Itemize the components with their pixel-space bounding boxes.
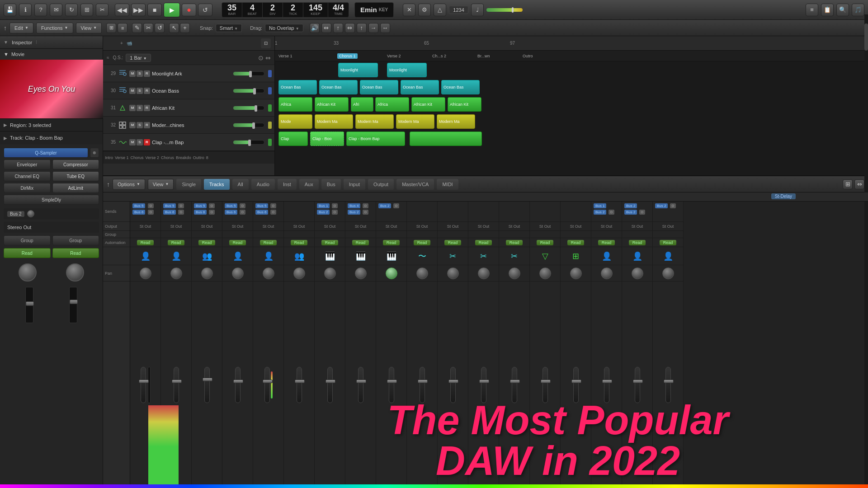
clip-ocean-3[interactable]: Ocean Bas — [360, 80, 398, 94]
pan-knob-4[interactable] — [232, 267, 244, 279]
fader-31[interactable] — [233, 106, 264, 110]
channel-eq-plugin[interactable]: Channel EQ — [4, 171, 51, 181]
clip-mode-3[interactable]: Modern Ma — [355, 114, 394, 129]
solo-btn-30[interactable]: S — [137, 88, 143, 94]
notes-btn[interactable]: 📋 — [821, 4, 834, 16]
tab-output[interactable]: Output — [368, 179, 394, 190]
pan-knob-18[interactable] — [662, 267, 674, 279]
v-scroll[interactable] — [864, 36, 868, 175]
main-knob-1[interactable] — [19, 263, 37, 282]
help-btn[interactable]: ? — [34, 4, 47, 16]
clip-ocean-4[interactable]: Ocean Bas — [401, 80, 439, 94]
adlimit-plugin[interactable]: AdLimit — [52, 183, 99, 193]
functions-menu[interactable]: Functions ▼ — [36, 23, 73, 33]
bus2-badge[interactable]: Bus 2 — [7, 211, 24, 217]
rec-btn-30[interactable]: R — [144, 88, 150, 94]
tab-aux[interactable]: Aux — [299, 179, 319, 190]
mixer-view-menu[interactable]: View ▼ — [148, 179, 174, 190]
play-btn[interactable]: ▶ — [164, 3, 180, 17]
fullscreen-btn[interactable]: ⊡ — [261, 38, 271, 48]
tab-single[interactable]: Single — [176, 179, 201, 190]
ch-fader-18[interactable] — [665, 367, 671, 403]
clip-clap-3[interactable]: Clap - Boom Bap — [346, 131, 405, 146]
key-display[interactable]: Emin KEY — [354, 2, 394, 18]
ch-fader-9[interactable] — [389, 367, 394, 403]
enveloper-plugin[interactable]: Enveloper — [4, 160, 51, 169]
config-btn[interactable]: ⚙ — [418, 4, 431, 16]
clip-africa-1[interactable]: Africa — [278, 97, 312, 112]
up-btn[interactable]: ↑ — [333, 23, 343, 33]
ch-fader-10[interactable] — [420, 367, 425, 403]
clip-africa-6[interactable]: African Kit — [448, 97, 481, 112]
tab-inst[interactable]: Inst — [278, 179, 297, 190]
auto-read-13[interactable]: Read — [506, 240, 523, 245]
midi-btn[interactable]: ✉ — [50, 4, 62, 16]
pan-knob-10[interactable] — [416, 267, 428, 279]
read-btn-2[interactable]: Read — [52, 248, 99, 258]
close-btn[interactable]: ✕ — [403, 4, 415, 16]
fader-30[interactable] — [233, 89, 264, 93]
auto-read-6[interactable]: Read — [291, 240, 308, 245]
mute-btn-29[interactable]: M — [129, 70, 136, 77]
clip-mode-5[interactable]: Modern Ma — [437, 114, 475, 129]
tab-bus[interactable]: Bus — [321, 179, 341, 190]
auto-read-14[interactable]: Read — [537, 240, 554, 245]
back-arrow[interactable]: ↑ — [4, 24, 7, 32]
clip-moonlight-2[interactable]: Moonlight — [387, 63, 427, 77]
pan-knob-17[interactable] — [632, 267, 643, 279]
cursor-btn[interactable]: ↖ — [169, 23, 179, 33]
link-btn[interactable]: ⇔ — [321, 23, 331, 33]
tab-midi[interactable]: MIDI — [437, 179, 458, 190]
ch-fader-14[interactable] — [542, 367, 548, 403]
pan-knob-12[interactable] — [478, 267, 490, 279]
expand-track-btn[interactable]: ⇔ — [265, 54, 271, 61]
mixer-expand-btn[interactable]: ⇔ — [854, 179, 864, 189]
loop-btn[interactable]: ↺ — [198, 4, 212, 16]
ch-fader-4[interactable] — [235, 367, 241, 403]
pan-knob-13[interactable] — [509, 267, 520, 279]
auto-read-1[interactable]: Read — [137, 240, 154, 245]
position-display[interactable]: 35 BAR 4 BEAT 2 DIV 2 TICK 145 KEEP 4/4 … — [222, 2, 349, 18]
ch-fader-5[interactable] — [264, 367, 270, 403]
auto-read-9[interactable]: Read — [383, 240, 400, 245]
ch-fader-6[interactable] — [297, 367, 302, 403]
pan-knob-8[interactable] — [355, 267, 367, 279]
tab-master[interactable]: Master/VCA — [396, 179, 434, 190]
ch-fader-2[interactable] — [174, 367, 179, 403]
pan-knob-11[interactable] — [447, 267, 459, 279]
fast-forward-btn[interactable]: ▶▶ — [131, 4, 146, 16]
auto-read-18[interactable]: Read — [660, 240, 677, 245]
compressor-plugin[interactable]: Compressor — [52, 160, 99, 169]
rec-btn-32[interactable]: R — [144, 122, 150, 128]
solo-btn-35[interactable]: S — [137, 139, 143, 145]
ch-fader-3[interactable] — [204, 367, 210, 403]
loop-btn2[interactable]: ↺ — [155, 23, 165, 33]
clip-ocean-5[interactable]: Ocean Bas — [441, 80, 480, 94]
auto-read-3[interactable]: Read — [198, 240, 216, 245]
read-btn[interactable]: Read — [4, 248, 51, 258]
media-btn[interactable]: 🎵 — [852, 4, 864, 16]
save-btn[interactable]: 💾 — [4, 4, 16, 16]
group-btn-2[interactable]: Group — [52, 235, 99, 245]
search-btn[interactable]: 🔍 — [836, 4, 849, 16]
pan-knob-6[interactable] — [293, 267, 305, 279]
rec-btn-31[interactable]: R — [144, 105, 150, 111]
main-knob-2[interactable] — [66, 263, 84, 282]
mute-btn-30[interactable]: M — [129, 88, 136, 94]
ch-fader-13[interactable] — [512, 367, 517, 403]
vol-icon[interactable]: 🔊 — [310, 23, 320, 33]
movie-header[interactable]: ▼ Movie — [0, 49, 103, 60]
ch-fader-12[interactable] — [481, 367, 486, 403]
tune-btn[interactable]: △ — [434, 4, 446, 16]
mute-btn-31[interactable]: M — [129, 105, 136, 111]
ch-fader-17[interactable] — [635, 367, 640, 403]
tab-audio[interactable]: Audio — [251, 179, 275, 190]
pan-knob-2[interactable] — [170, 267, 182, 279]
solo-btn-32[interactable]: S — [137, 122, 143, 128]
auto-read-10[interactable]: Read — [414, 240, 431, 245]
record-btn[interactable]: ● — [182, 4, 196, 16]
fader-32[interactable] — [233, 123, 264, 127]
ch-fader-1[interactable] — [141, 367, 146, 403]
ch-fader-7[interactable] — [327, 367, 333, 403]
pan-knob-15[interactable] — [570, 267, 582, 279]
